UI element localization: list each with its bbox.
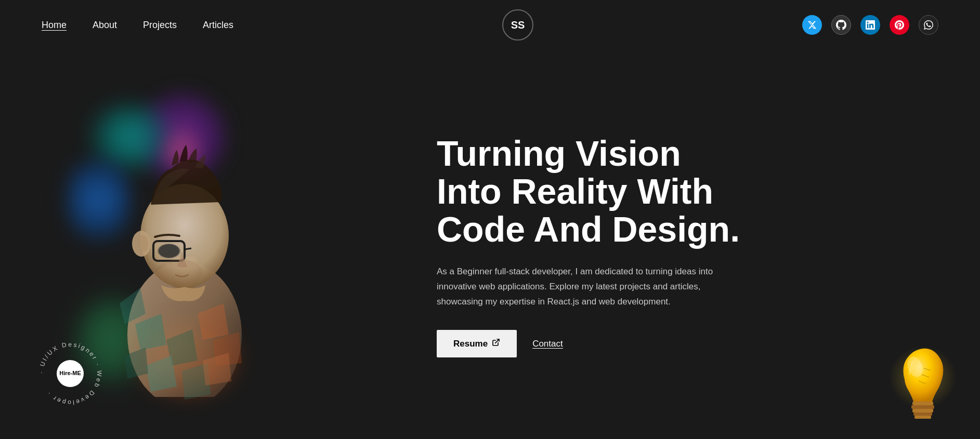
hero-subtitle: As a Beginner full-stack developer, I am… xyxy=(437,264,738,310)
lightbulb-decoration xyxy=(886,343,959,427)
contact-button[interactable]: Contact xyxy=(532,339,563,349)
nav-about[interactable]: About xyxy=(93,20,117,31)
svg-marker-10 xyxy=(120,288,146,324)
external-link-icon xyxy=(492,338,500,349)
svg-marker-13 xyxy=(146,355,177,392)
svg-rect-24 xyxy=(911,405,934,409)
logo[interactable]: SS xyxy=(502,9,533,41)
hero-title: Turning Vision Into Reality With Code An… xyxy=(437,135,754,249)
svg-marker-15 xyxy=(125,348,148,379)
svg-marker-16 xyxy=(198,303,229,340)
hero-image-area: · UI/UX Designer · Web Developer · Hire-… xyxy=(52,64,406,428)
github-icon[interactable] xyxy=(831,15,851,35)
whatsapp-icon[interactable] xyxy=(919,15,938,35)
nav-articles[interactable]: Articles xyxy=(203,20,233,31)
nav-projects[interactable]: Projects xyxy=(143,20,177,31)
hire-me-label[interactable]: Hire-ME xyxy=(57,360,84,387)
svg-rect-23 xyxy=(912,402,933,405)
hire-me-badge[interactable]: · UI/UX Designer · Web Developer · Hire-… xyxy=(36,340,104,407)
linkedin-icon[interactable] xyxy=(860,15,880,35)
main-section: · UI/UX Designer · Web Developer · Hire-… xyxy=(0,50,980,439)
svg-rect-25 xyxy=(912,409,933,413)
resume-button[interactable]: Resume xyxy=(437,330,517,357)
nav-home[interactable]: Home xyxy=(42,20,67,31)
svg-line-20 xyxy=(495,339,499,343)
twitter-icon[interactable] xyxy=(802,15,822,35)
svg-rect-26 xyxy=(913,413,932,416)
hero-text-area: Turning Vision Into Reality With Code An… xyxy=(406,135,795,358)
svg-rect-27 xyxy=(914,416,931,419)
nav-links: Home About Projects Articles xyxy=(42,20,233,31)
social-icons xyxy=(802,15,938,35)
navbar: Home About Projects Articles SS xyxy=(0,0,980,50)
svg-marker-11 xyxy=(135,314,166,350)
geo-overlay xyxy=(94,210,260,407)
cta-buttons: Resume Contact xyxy=(437,330,754,357)
svg-marker-18 xyxy=(203,353,231,385)
pinterest-icon[interactable] xyxy=(890,15,909,35)
